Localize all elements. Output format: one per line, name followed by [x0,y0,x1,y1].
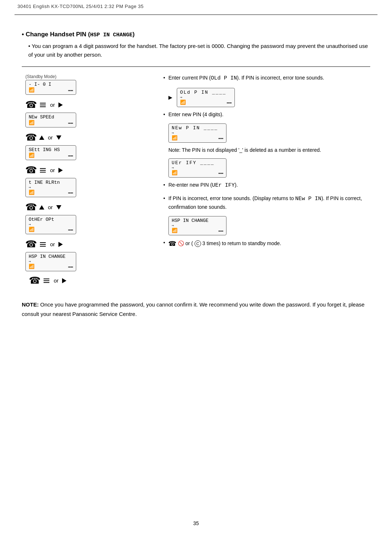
battery-icon-6: ▬▬ [68,264,73,269]
lcd-display-3: SEtt ING HS 📶 ▬▬ [25,145,76,160]
battery-icon-r3: ▬▬ [219,171,223,175]
description-text: • You can program a 4 digit password for… [22,42,370,59]
lcd-right-4: HSP IN CHANGE ⇒ 📶 ▬▬ [168,216,226,235]
antenna-icon-1: 📶 [29,87,34,93]
page-header: 30401 English KX-TCD700NL 25/4/01 2:32 P… [17,4,144,9]
right-column: Enter current PIN (OLd P IN). If PIN is … [152,74,370,289]
bullet-block-1: Enter current PIN (OLd P IN). If PIN is … [163,74,370,83]
lcd-right-1: OLd P IN ____ ⇒ 📶 ▬▬ [177,88,235,107]
nav-up-2 [39,205,44,210]
main-layout: (Standby Mode) - I- 0 I 📶 ▬▬ ☎ [22,74,370,289]
lcd-line-6: HSP IN CHANGE [29,254,65,259]
arrow-right-3 [58,242,63,247]
arrow-right-1 [58,102,63,107]
arrow-right-4 [62,278,66,283]
battery-icon-5: ▬▬ [68,227,73,232]
circle-c-icon: C [195,240,201,247]
title-lcd: HSP IN CHANGE [90,32,132,38]
bullet-text-5: ☎ 🚫 or ( C 3 times) to return to standby… [163,239,370,249]
bullet-text-1: Enter current PIN (OLd P IN). If PIN is … [163,74,370,83]
return-arrow-5: ⇒ [29,222,31,227]
antenna-icon-r1: 📶 [180,100,186,105]
handset-icon-bullet5: ☎ [168,239,176,249]
step-2: ☎ or [25,132,145,143]
antenna-icon-6: 📶 [29,264,34,269]
right-arrow-1: ▶ [168,94,172,100]
nav-down-1 [56,135,61,140]
lcd-line-2: NEw SPEEd [29,114,54,120]
battery-icon-r1: ▬▬ [227,100,232,105]
handset-icon-5: ☎ [25,239,37,250]
return-arrow-r2: ⇒ [172,131,174,135]
lcd-line-4: t INE RLRtn [29,180,60,185]
bullet-text-4: If PIN is incorrect, error tone sounds. … [163,195,370,211]
left-column: (Standby Mode) - I- 0 I 📶 ▬▬ ☎ [22,74,145,289]
header-text: 30401 English KX-TCD700NL 25/4/01 2:32 P… [17,4,144,9]
standby-label: (Standby Mode) [25,74,145,79]
menu-icon-1 [40,103,46,107]
title-suffix: ) [132,31,135,38]
title-prefix: • Change Handset PIN ( [22,31,90,38]
or-label-3: or [50,167,55,173]
nav-down-2 [56,205,61,210]
antenna-icon-5: 📶 [29,227,34,232]
or-label-6: or [54,277,58,284]
bullet-block-4: If PIN is incorrect, error tone sounds. … [163,195,370,211]
separator [22,66,370,67]
display-block-5: OtHEr OPt ⇒ 📶 ▬▬ [25,215,145,235]
step-6: ☎ or [29,275,145,286]
or-label-4: or [48,204,53,210]
lcd-display-6: HSP IN CHANGE ⇒ 📶 ▬▬ [25,252,76,271]
battery-icon-r2: ▬▬ [219,136,223,140]
note-label: NOTE: [22,301,39,308]
step-5: ☎ or [25,239,145,250]
page-number: 35 [193,520,199,526]
bullet-text-2: Enter new PIN (4 digits). [163,111,370,118]
arrow-right-2 [58,168,63,173]
battery-icon-r4: ▬▬ [219,228,223,233]
step-1: ☎ or [25,99,145,110]
or-label-5: or [50,241,55,247]
lcd-line-5: OtHEr OPt [29,217,54,222]
bottom-note-text: Once you have programmed the password, y… [22,301,364,317]
handset-icon-6: ☎ [29,275,41,286]
right-display-2: NEw P IN ____ ⇒ 📶 ▬▬ [168,123,370,143]
battery-icon-3: ▬▬ [68,153,73,158]
handset-icon-1: ☎ [25,99,37,110]
bullet-text-3: Re-enter new PIN (UEr IFY). [163,181,370,190]
return-arrow-r3: ⇒ [172,166,174,170]
menu-icon-2 [40,168,46,172]
right-display-1: ▶ OLd P IN ____ ⇒ 📶 ▬▬ [168,88,370,107]
handset-icon-2: ☎ [25,132,37,143]
right-display-4: HSP IN CHANGE ⇒ 📶 ▬▬ [168,216,370,235]
lcd-right-3: UEr IFY ____ ⇒ 📶 ▬▬ [168,158,226,178]
bullet-block-5: ☎ 🚫 or ( C 3 times) to return to standby… [163,239,370,249]
step-3: ☎ or [25,165,145,176]
display-block-6: HSP IN CHANGE ⇒ 📶 ▬▬ ☎ [25,252,145,286]
lcd-old-pin: OLd P IN ____ [180,90,226,95]
display-block-1: (Standby Mode) - I- 0 I 📶 ▬▬ [25,74,145,96]
lcd-verify: UEr IFY ____ [172,160,215,166]
return-arrow-4: ⇒ [29,185,31,190]
antenna-icon-3: 📶 [29,153,34,158]
lcd-hsp: HSP IN CHANGE [172,218,208,223]
top-border [15,15,377,15]
lcd-line-1: - I- 0 I [29,82,51,87]
return-arrow-6: ⇒ [29,259,31,264]
return-arrow-r4: ⇒ [172,223,174,228]
right-display-3: UEr IFY ____ ⇒ 📶 ▬▬ [168,158,370,178]
handset-icon-4: ☎ [25,202,37,213]
note-text: Note: The PIN is not displayed '_' is de… [168,147,321,153]
nav-up-1 [39,135,44,140]
lcd-line-3: SEtt ING HS [29,147,60,153]
or-label-2: or [48,134,53,141]
section-title: • Change Handset PIN (HSP IN CHANGE) [22,31,370,38]
display-block-2: NEw SPEEd 📶 ▬▬ [25,113,145,128]
bullet-block-3: Re-enter new PIN (UEr IFY). [163,181,370,190]
menu-icon-4 [44,279,49,283]
antenna-icon-4: 📶 [29,190,34,195]
antenna-icon-r3: 📶 [172,170,177,176]
battery-icon-4: ▬▬ [68,190,73,195]
antenna-icon-2: 📶 [29,120,34,126]
or-label-1: or [50,102,55,108]
